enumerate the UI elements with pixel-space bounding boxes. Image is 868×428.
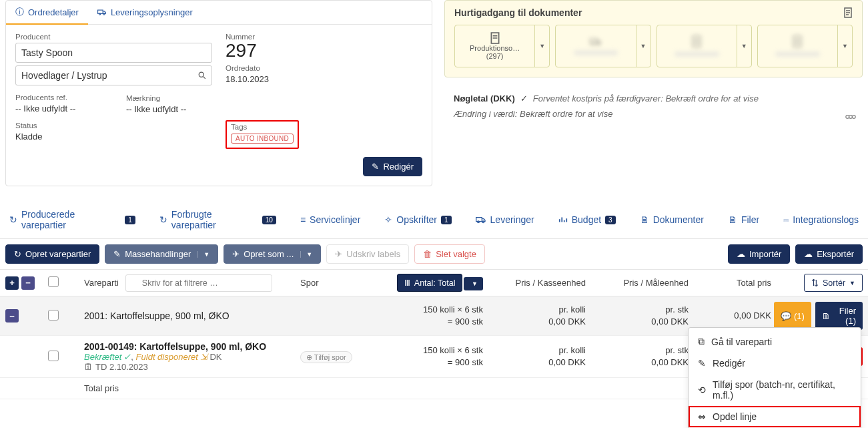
doc-card-dropdown[interactable]: ▼ [737, 25, 751, 67]
qty-mode-button[interactable]: Ⅲ Antal: Total [397, 274, 463, 292]
truck-icon [476, 216, 486, 224]
chevron-down-icon: ▼ [849, 280, 855, 286]
collapse-all-button[interactable]: − [21, 276, 35, 290]
ctx-add-track[interactable]: ⟲ Tilføj spor (batch-nr, certifikat, m.f… [689, 374, 861, 399]
svg-point-3 [199, 72, 203, 77]
create-as-button[interactable]: ✈ Opret som ... ▼ [224, 244, 321, 264]
tab-documents[interactable]: 🗎 Dokumenter [636, 208, 708, 233]
kpi-title: Nøgletal (DKK) [454, 93, 515, 103]
select-all-checkbox[interactable] [48, 276, 59, 287]
plus-icon: ⊕ [306, 353, 312, 361]
refresh-icon: ↻ [9, 214, 17, 225]
chart-icon[interactable] [845, 114, 856, 120]
svg-point-13 [852, 116, 855, 119]
ctx-label: Tilføj spor (batch-nr, certifikat, m.fl.… [713, 379, 851, 399]
chart-icon [558, 216, 568, 224]
producer-select[interactable]: Tasty Spoon [15, 43, 212, 63]
expand-all-button[interactable]: + [5, 276, 19, 290]
tab-integration-logs[interactable]: ⎓ Integrationslogs [779, 208, 863, 233]
tab-label: Integrationslogs [793, 214, 859, 225]
tab-label: Leveringer [490, 214, 534, 225]
status-label: Bekræftet [84, 352, 121, 362]
tab-recipes[interactable]: ✧ Opskrifter 1 [380, 208, 455, 233]
expected-label: Forventet kostpris på færdigvarer: [533, 93, 663, 103]
tab-files[interactable]: 🗎 Filer [724, 208, 763, 233]
doc-card-main[interactable] [758, 25, 837, 67]
box-icon: ⧉ [698, 336, 705, 347]
tab-label: Dokumenter [653, 214, 704, 225]
tab-order-details[interactable]: ⓘ Ordredetaljer [6, 1, 88, 25]
ctx-edit[interactable]: ✎ Redigér [689, 353, 861, 374]
status-disposed: Fuldt disponeret ⇲ [136, 352, 207, 362]
tab-label: Leveringsoplysninger [111, 7, 193, 17]
ctx-goto-lot[interactable]: ⧉ Gå til vareparti [689, 331, 861, 353]
row-total: 0,00 DKK [691, 310, 771, 322]
marking-value: -- Ikke udfyldt -- [126, 104, 186, 114]
files-button[interactable]: 🗎 Filer (1) [815, 302, 863, 330]
doc-card-main[interactable] [556, 25, 635, 67]
chevron-down-icon: ▼ [300, 251, 312, 258]
document-icon[interactable] [843, 7, 853, 18]
tab-badge: 1 [125, 216, 135, 224]
doc-card-dropdown[interactable]: ▼ [636, 25, 650, 67]
tab-deliveries[interactable]: Leveringer [472, 208, 538, 233]
bars-icon: Ⅲ [404, 278, 410, 288]
import-button[interactable]: ☁ Importér [728, 244, 790, 264]
doc-card-dropdown[interactable]: ▼ [837, 25, 852, 67]
order-number: 297 [226, 41, 422, 60]
qty-total: 900 stk [455, 316, 483, 327]
warehouse-select[interactable]: Hovedlager / Lystrup [15, 65, 212, 85]
doc-card-main[interactable] [657, 25, 737, 67]
tab-badge: 1 [441, 216, 452, 224]
add-track-button[interactable]: ⊕ Tilføj spor [300, 351, 352, 363]
col-price-case: Pris / Kasseenhed [486, 278, 586, 288]
document-icon: 🗎 [640, 214, 649, 225]
print-labels-button[interactable]: ✈ Udskriv labels [326, 244, 409, 264]
producer-label: Producent [15, 33, 212, 41]
cloud-download-icon: ☁ [737, 249, 745, 259]
tab-service-lines[interactable]: ≡ Servicelinjer [296, 208, 364, 233]
doc-card-main[interactable]: Produktionso… (297) [455, 25, 534, 67]
case-price: 0,00 DKK [548, 357, 586, 367]
order-details-panel: ⓘ Ordredetaljer Leveringsoplysninger Pro… [5, 0, 432, 186]
create-lots-button[interactable]: ↻ Opret varepartier [5, 244, 99, 264]
edit-label: Redigér [383, 162, 414, 172]
row-checkbox[interactable] [48, 351, 59, 361]
sort-button[interactable]: ⇅ Sortér ▼ [804, 274, 863, 292]
sort-label: Sortér [823, 278, 845, 288]
comment-icon: 💬 [781, 311, 791, 321]
ctx-label: Redigér [713, 358, 745, 369]
collapse-group-button[interactable]: − [5, 309, 19, 323]
qty-stk: 6 stk [465, 345, 483, 355]
tab-delivery-info[interactable]: Leveringsoplysninger [88, 1, 202, 25]
status-value: Kladde [15, 132, 212, 142]
doc-card-2: ▼ [555, 25, 650, 67]
td-date: TD 2.10.2023 [95, 362, 148, 372]
delete-selected-button[interactable]: 🗑 Slet valgte [414, 244, 485, 264]
case-unit: pr. kolli [559, 304, 586, 314]
documents-quick-access: Hurtigadgang til dokumenter Produktionso… [444, 0, 863, 77]
row-checkbox[interactable] [48, 310, 59, 320]
files-label: Filer (1) [833, 306, 856, 326]
comments-button[interactable]: 💬 (1) [774, 302, 811, 330]
item-title: 2001-00149: Kartoffelsuppe, 900 ml, ØKO [84, 341, 298, 352]
measure-unit: pr. stk [665, 345, 689, 355]
tab-produced-lots[interactable]: ↻ Producerede varepartier 1 [5, 202, 139, 238]
calendar-icon: 🗓 [84, 362, 93, 372]
file-icon: 🗎 [728, 214, 737, 225]
bulk-actions-button[interactable]: ✎ Massehandlinger ▼ [105, 244, 218, 264]
export-button[interactable]: ☁ Eksportér [795, 244, 863, 264]
sort-icon: ⇅ [811, 278, 819, 288]
status-label: Status [15, 122, 212, 130]
qty-kolli: 150 kolli [423, 345, 455, 355]
qty-mode-dropdown[interactable]: ▼ [464, 277, 483, 290]
change-value: Bekræft ordre for at vise [520, 109, 612, 119]
tab-consumed-lots[interactable]: ↻ Forbrugte varepartier 10 [155, 202, 280, 238]
edit-button[interactable]: ✎ Redigér [363, 157, 422, 176]
tab-budget[interactable]: Budget 3 [554, 208, 620, 233]
filter-input[interactable] [125, 274, 272, 292]
tab-label: Forbrugte varepartier [171, 209, 258, 230]
doc-card-dropdown[interactable]: ▼ [534, 25, 549, 67]
truck-icon [97, 8, 107, 16]
ctx-label: Gå til vareparti [711, 337, 772, 347]
